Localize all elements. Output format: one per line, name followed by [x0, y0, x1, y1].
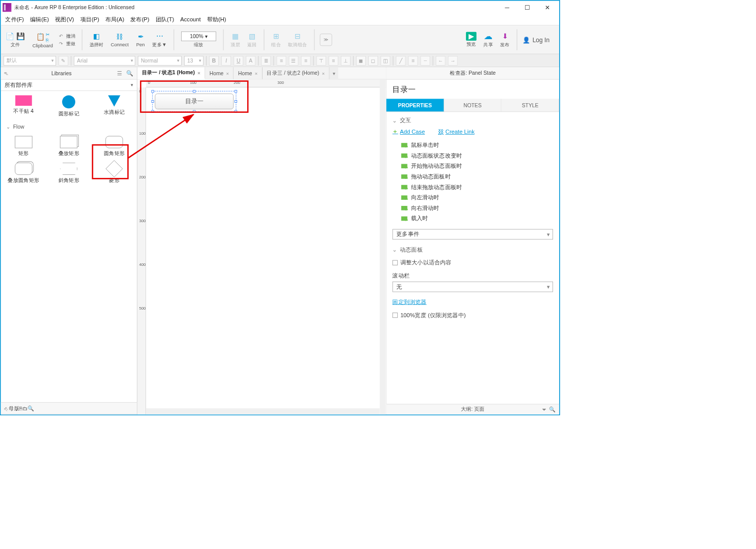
- underline-button[interactable]: U: [234, 56, 243, 66]
- share-button[interactable]: ☁共享: [482, 30, 495, 49]
- widget-rectangle[interactable]: 矩形: [4, 136, 43, 157]
- align-left-button[interactable]: ≡: [277, 56, 286, 66]
- font-combo[interactable]: Arial: [74, 56, 135, 66]
- widget-beveled-rect[interactable]: 斜角矩形: [49, 163, 89, 184]
- fit-to-content-check[interactable]: 调整大小以适合内容: [392, 257, 553, 268]
- pen-button[interactable]: ✒Pen: [134, 31, 147, 48]
- filter-icon[interactable]: ⏷: [542, 406, 547, 412]
- valign-bot-button[interactable]: ⊥: [341, 56, 351, 66]
- fill-button[interactable]: ◼: [356, 56, 366, 66]
- widget-stacked-rounded[interactable]: 叠放圆角矩形: [4, 163, 43, 184]
- event-panelstatechange[interactable]: 动态面板状态改变时: [401, 150, 553, 161]
- close-icon[interactable]: ×: [197, 70, 200, 75]
- tab-home1[interactable]: Home×: [205, 67, 234, 79]
- scrollbar-vertical[interactable]: [380, 80, 386, 415]
- menu-project[interactable]: 项目(P): [80, 16, 99, 23]
- login-button[interactable]: 👤Log In: [522, 36, 557, 43]
- close-icon[interactable]: ×: [322, 71, 325, 76]
- tab-properties[interactable]: PROPERTIES: [386, 99, 444, 111]
- arrow-end-button[interactable]: →: [448, 56, 458, 66]
- tab-state2[interactable]: 目录三 / 状态2 (Home)×: [263, 67, 330, 79]
- publish-button[interactable]: ⬇发布: [499, 30, 512, 49]
- menu-account[interactable]: Account: [180, 16, 200, 23]
- add-case-link[interactable]: ＋Add Case: [392, 128, 425, 135]
- menu-edit[interactable]: 编辑(E): [30, 16, 49, 23]
- library-select[interactable]: 所有部件库: [1, 80, 137, 91]
- bring-front-button[interactable]: ▦顶层: [229, 30, 242, 49]
- menu-team[interactable]: 团队(T): [156, 16, 175, 23]
- maximize-button[interactable]: ☐: [517, 1, 538, 14]
- menu-file[interactable]: 文件(F): [5, 16, 24, 23]
- style-manage-button[interactable]: ✎: [59, 56, 68, 66]
- section-interaction[interactable]: ⌄交互: [392, 116, 553, 124]
- tab-home2[interactable]: Home×: [234, 67, 262, 79]
- valign-mid-button[interactable]: ≡: [329, 56, 338, 66]
- zoom-control[interactable]: 100% ▾缩放: [180, 30, 218, 49]
- outer-button[interactable]: ◻: [368, 56, 378, 66]
- more-button[interactable]: ⋯更多▼: [151, 30, 168, 49]
- valign-top-button[interactable]: ⊤: [316, 56, 326, 66]
- select-mode-button[interactable]: ◧选择时: [88, 30, 105, 49]
- undo-button[interactable]: ↶ 撤消: [59, 33, 76, 39]
- event-drag[interactable]: 拖动动态面板时: [401, 171, 553, 182]
- ungroup-button[interactable]: ⊟取消组合: [286, 30, 309, 49]
- widget-sticky4[interactable]: 不干贴 4: [4, 95, 43, 117]
- section-dynamic-panel[interactable]: ⌄动态面板: [392, 246, 553, 253]
- size-combo[interactable]: 13: [184, 56, 203, 66]
- close-icon[interactable]: ×: [226, 71, 229, 76]
- event-onload[interactable]: 载入时: [401, 214, 553, 224]
- canvas-widget-mulu1[interactable]: 目录一: [155, 94, 234, 109]
- inner-button[interactable]: ◫: [381, 56, 390, 66]
- style-combo[interactable]: 默认: [4, 56, 56, 66]
- width100-check[interactable]: 100%宽度 (仅限浏览器中): [392, 310, 553, 321]
- align-center-button[interactable]: ☰: [289, 56, 299, 66]
- flow-section[interactable]: ⌄Flow: [1, 120, 137, 134]
- canvas[interactable]: 目录一: [146, 87, 386, 414]
- redo-button[interactable]: ↷ 重做: [59, 40, 76, 47]
- panel-search-icon[interactable]: 🔍: [126, 69, 133, 77]
- tab-state1[interactable]: 目录一 / 状态1 (Home)×: [137, 67, 205, 79]
- panel-menu-icon[interactable]: ☰: [116, 69, 124, 77]
- widget-diamond[interactable]: 菱形: [95, 163, 134, 184]
- more-events-combo[interactable]: 更多事件: [392, 229, 553, 240]
- menu-view[interactable]: 视图(V): [55, 16, 74, 23]
- event-swipeleft[interactable]: 向左滑动时: [401, 192, 553, 203]
- event-dragdrop[interactable]: 结束拖放动态面板时: [401, 182, 553, 193]
- menu-help[interactable]: 帮助(H): [207, 16, 226, 23]
- event-swiperight[interactable]: 向右滑动时: [401, 203, 553, 214]
- scrollbar-horizontal[interactable]: [146, 408, 380, 414]
- align-right-button[interactable]: ≡: [301, 56, 311, 66]
- italic-button[interactable]: I: [221, 56, 231, 66]
- widget-circle-marker[interactable]: 圆形标记: [49, 95, 89, 117]
- connect-button[interactable]: ⛓Connect: [109, 31, 130, 48]
- tab-notes[interactable]: NOTES: [444, 99, 502, 111]
- minimize-button[interactable]: ─: [497, 1, 517, 14]
- overflow-button[interactable]: ≫: [320, 34, 332, 46]
- close-icon[interactable]: ×: [255, 71, 258, 76]
- weight-combo[interactable]: Normal: [138, 56, 182, 66]
- scrollbar-combo[interactable]: 无: [392, 282, 553, 292]
- linestyle-button[interactable]: ┄: [420, 56, 430, 66]
- bullets-button[interactable]: ≣: [261, 56, 271, 66]
- linecolor-button[interactable]: ╱: [396, 56, 405, 66]
- widget-drop-marker[interactable]: 水滴标记: [95, 95, 134, 117]
- tab-overflow-button[interactable]: ▾: [330, 67, 338, 79]
- bold-button[interactable]: B: [209, 56, 219, 66]
- masters-folder-icon[interactable]: 🗀: [22, 405, 27, 411]
- linewidth-button[interactable]: ≡: [408, 56, 418, 66]
- group-button[interactable]: ⊞组合: [270, 30, 283, 49]
- close-button[interactable]: ✕: [537, 1, 558, 14]
- pin-to-browser-link[interactable]: 固定到浏览器: [392, 298, 553, 306]
- preview-button[interactable]: ▶预览: [464, 31, 479, 48]
- tab-style[interactable]: STYLE: [502, 99, 559, 111]
- event-onclick[interactable]: 鼠标单击时: [401, 140, 553, 150]
- menu-arrange[interactable]: 布局(A): [105, 16, 124, 23]
- arrow-start-button[interactable]: ←: [436, 56, 446, 66]
- create-link-link[interactable]: ⛓Create Link: [438, 128, 475, 135]
- widget-rounded-rect[interactable]: 圆角矩形: [95, 136, 134, 157]
- event-dragstart[interactable]: 开始拖动动态面板时: [401, 161, 553, 171]
- masters-search-icon[interactable]: 🔍: [27, 405, 34, 411]
- file-button[interactable]: 📄💾 文件: [4, 30, 27, 49]
- menu-publish[interactable]: 发布(P): [130, 16, 149, 23]
- send-back-button[interactable]: ▧返回: [245, 30, 258, 49]
